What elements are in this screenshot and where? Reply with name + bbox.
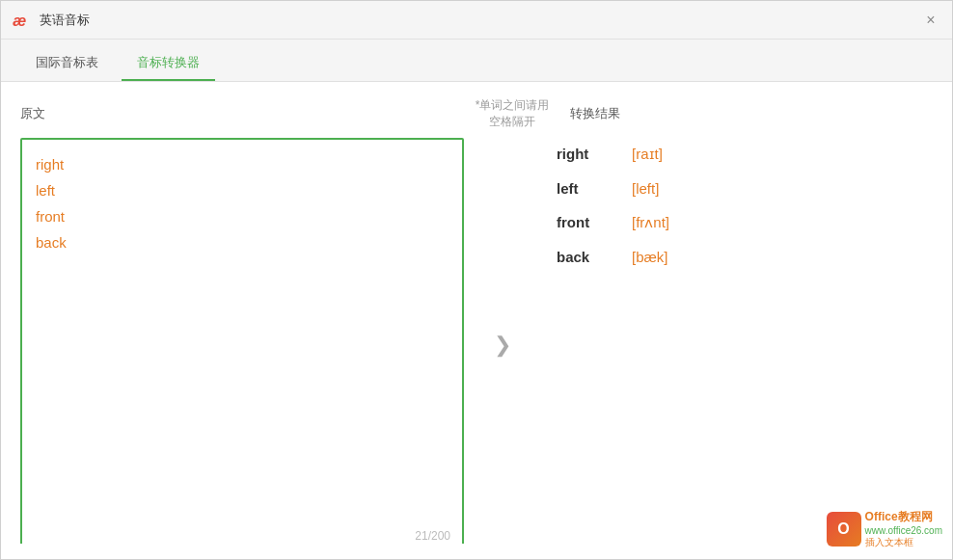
watermark-url: www.office26.com xyxy=(865,525,942,536)
convert-button-area: ❯ xyxy=(464,138,541,544)
result-word: back xyxy=(557,249,624,265)
result-item-back: back [bæk] xyxy=(557,249,917,265)
app-window: æ 英语音标 × 国际音标表 音标转换器 原文 *单词之间请用空格隔开 转换结果… xyxy=(0,0,953,560)
result-item-right: right [raɪt] xyxy=(557,146,917,163)
label-result: 转换结果 xyxy=(570,105,620,122)
app-title: 英语音标 xyxy=(40,12,90,29)
app-logo: æ xyxy=(13,11,32,30)
watermark-text: Office教程网 www.office26.com 插入文本框 xyxy=(865,509,942,549)
svg-text:æ: æ xyxy=(13,13,26,29)
input-box: right left front back 21/200 xyxy=(20,138,464,544)
result-item-front: front [frʌnt] xyxy=(557,214,917,231)
result-word: right xyxy=(557,146,624,162)
watermark-site-name: Office教程网 xyxy=(865,509,942,525)
original-text-input[interactable]: right left front back xyxy=(22,140,462,544)
result-area: right [raɪt] left [left] front [frʌnt] b… xyxy=(541,138,933,544)
tab-converter[interactable]: 音标转换器 xyxy=(122,46,215,81)
result-phonetic: [left] xyxy=(632,180,659,197)
result-phonetic: [bæk] xyxy=(632,249,668,265)
titlebar: æ 英语音标 × xyxy=(1,1,952,40)
watermark-action: 插入文本框 xyxy=(865,536,942,549)
tab-ipa-table[interactable]: 国际音标表 xyxy=(20,46,114,81)
char-count: 21/200 xyxy=(415,529,450,543)
tab-bar: 国际音标表 音标转换器 xyxy=(1,40,952,82)
result-item-left: left [left] xyxy=(557,180,917,197)
label-original: 原文 xyxy=(20,105,474,122)
chevron-right-icon: ❯ xyxy=(494,333,511,358)
close-button[interactable]: × xyxy=(921,11,940,30)
watermark: O Office教程网 www.office26.com 插入文本框 xyxy=(827,509,942,549)
titlebar-left: æ 英语音标 xyxy=(13,11,90,30)
result-phonetic: [raɪt] xyxy=(632,146,663,163)
result-word: left xyxy=(557,180,624,197)
column-labels: 原文 *单词之间请用空格隔开 转换结果 xyxy=(20,97,933,130)
result-phonetic: [frʌnt] xyxy=(632,214,669,231)
result-word: front xyxy=(557,214,624,230)
content-area: 原文 *单词之间请用空格隔开 转换结果 right left front bac… xyxy=(1,82,952,559)
main-row: right left front back 21/200 ❯ right [ra… xyxy=(20,138,933,544)
watermark-icon: O xyxy=(827,512,861,547)
label-hint: *单词之间请用空格隔开 xyxy=(474,97,551,130)
convert-button[interactable]: ❯ xyxy=(487,330,518,360)
